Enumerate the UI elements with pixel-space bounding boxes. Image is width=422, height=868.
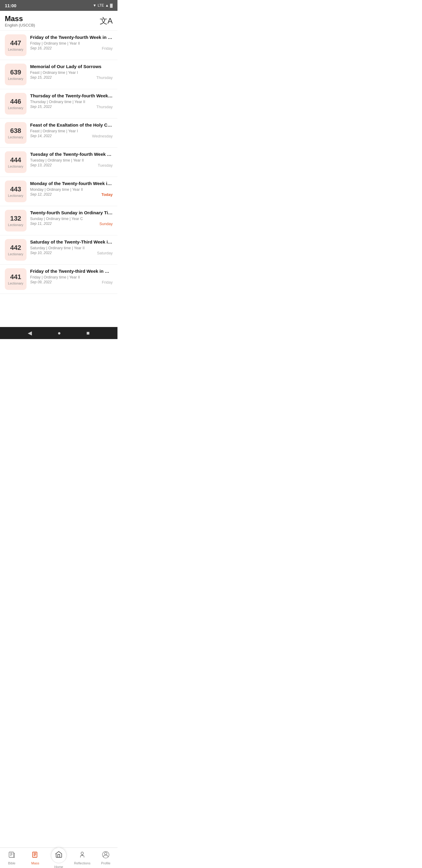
item-meta: Monday | Ordinary time | Year II bbox=[30, 187, 112, 192]
lectionary-badge: 132 Lectionary bbox=[5, 210, 27, 231]
lectionary-badge: 441 Lectionary bbox=[5, 268, 27, 290]
item-title: Memorial of Our Lady of Sorrows bbox=[30, 64, 112, 70]
item-bottom: Sep 09, 2022 Friday bbox=[30, 280, 112, 284]
lectionary-number: 442 bbox=[10, 244, 21, 252]
lectionary-badge: 639 Lectionary bbox=[5, 64, 27, 85]
item-title: Monday of the Twenty-fourth Week in Ordi… bbox=[30, 181, 112, 187]
item-date: Sep 10, 2022 bbox=[30, 251, 52, 255]
lectionary-label: Lectionary bbox=[8, 135, 24, 139]
item-info: Memorial of Our Lady of Sorrows Feast | … bbox=[30, 64, 112, 80]
item-date: Sep 11, 2022 bbox=[30, 221, 52, 226]
item-info: Twenty-fourth Sunday in Ordinary Time Su… bbox=[30, 210, 112, 226]
wifi-icon: ▼ bbox=[93, 3, 96, 7]
item-bottom: Sep 15, 2022 Thursday bbox=[30, 75, 112, 80]
app-title: Mass bbox=[5, 14, 35, 23]
item-day: Thursday bbox=[96, 104, 112, 109]
item-bottom: Sep 12, 2022 Today bbox=[30, 192, 112, 197]
lectionary-number: 444 bbox=[10, 156, 21, 164]
lectionary-badge: 446 Lectionary bbox=[5, 93, 27, 115]
item-title: Saturday of the Twenty-Third Week in Ord… bbox=[30, 239, 112, 245]
lectionary-label: Lectionary bbox=[8, 106, 24, 110]
list-item[interactable]: 442 Lectionary Saturday of the Twenty-Th… bbox=[0, 236, 118, 265]
lectionary-badge: 443 Lectionary bbox=[5, 181, 27, 202]
app-subtitle: English (USCCB) bbox=[5, 23, 35, 27]
lectionary-badge: 444 Lectionary bbox=[5, 151, 27, 173]
lectionary-number: 639 bbox=[10, 68, 21, 76]
item-day: Friday bbox=[102, 46, 112, 51]
item-date: Sep 13, 2022 bbox=[30, 163, 52, 167]
item-info: Thursday of the Twenty-fourth Week in Or… bbox=[30, 93, 112, 109]
mass-list: 447 Lectionary Friday of the Twenty-four… bbox=[0, 31, 118, 294]
status-icons: ▼ LTE ▲ ▓ bbox=[93, 3, 112, 7]
item-day: Tuesday bbox=[98, 163, 112, 167]
item-info: Saturday of the Twenty-Third Week in Ord… bbox=[30, 239, 112, 255]
lectionary-label: Lectionary bbox=[8, 194, 24, 197]
lte-label: LTE bbox=[98, 3, 104, 7]
list-item[interactable]: 638 Lectionary Feast of the Exaltation o… bbox=[0, 119, 118, 148]
list-item[interactable]: 443 Lectionary Monday of the Twenty-four… bbox=[0, 177, 118, 206]
battery-icon: ▓ bbox=[110, 3, 112, 7]
list-item[interactable]: 132 Lectionary Twenty-fourth Sunday in O… bbox=[0, 206, 118, 236]
lectionary-label: Lectionary bbox=[8, 223, 24, 227]
item-title: Thursday of the Twenty-fourth Week in Or… bbox=[30, 93, 112, 99]
item-info: Friday of the Twenty-fourth Week in Ordi… bbox=[30, 34, 112, 51]
item-date: Sep 09, 2022 bbox=[30, 280, 52, 284]
status-time: 11:00 bbox=[5, 3, 16, 8]
lectionary-number: 443 bbox=[10, 185, 21, 193]
item-title: Friday of the Twenty-third Week in Ordin… bbox=[30, 268, 112, 274]
item-meta: Tuesday | Ordinary time | Year II bbox=[30, 158, 112, 162]
item-bottom: Sep 15, 2022 Thursday bbox=[30, 104, 112, 109]
home-button[interactable]: ● bbox=[58, 330, 61, 336]
item-day: Sunday bbox=[99, 221, 112, 226]
list-item[interactable]: 446 Lectionary Thursday of the Twenty-fo… bbox=[0, 89, 118, 119]
item-info: Tuesday of the Twenty-fourth Week in Ord… bbox=[30, 151, 112, 167]
item-meta: Thursday | Ordinary time | Year II bbox=[30, 100, 112, 104]
item-title: Friday of the Twenty-fourth Week in Ordi… bbox=[30, 34, 112, 40]
lectionary-number: 446 bbox=[10, 98, 21, 105]
item-day: Thursday bbox=[96, 75, 112, 80]
lectionary-number: 638 bbox=[10, 127, 21, 135]
lectionary-label: Lectionary bbox=[8, 252, 24, 256]
item-bottom: Sep 14, 2022 Wednesday bbox=[30, 134, 112, 138]
item-bottom: Sep 11, 2022 Sunday bbox=[30, 221, 112, 226]
item-title: Tuesday of the Twenty-fourth Week in Ord… bbox=[30, 151, 112, 157]
item-date: Sep 16, 2022 bbox=[30, 46, 52, 50]
item-bottom: Sep 16, 2022 Friday bbox=[30, 46, 112, 51]
item-meta: Friday | Ordinary time | Year II bbox=[30, 41, 112, 45]
recents-button[interactable]: ■ bbox=[87, 330, 90, 336]
lectionary-badge: 447 Lectionary bbox=[5, 34, 27, 56]
lectionary-number: 447 bbox=[10, 39, 21, 47]
list-item[interactable]: 639 Lectionary Memorial of Our Lady of S… bbox=[0, 60, 118, 89]
lectionary-badge: 638 Lectionary bbox=[5, 122, 27, 144]
item-title: Twenty-fourth Sunday in Ordinary Time bbox=[30, 210, 112, 216]
app-header: Mass English (USCCB) 文A bbox=[0, 11, 118, 31]
translate-icon[interactable]: 文A bbox=[100, 16, 112, 26]
item-meta: Feast | Ordinary time | Year I bbox=[30, 70, 112, 75]
item-day: Saturday bbox=[97, 251, 112, 255]
lectionary-label: Lectionary bbox=[8, 164, 24, 168]
item-meta: Sunday | Ordinary time | Year C bbox=[30, 217, 112, 221]
lectionary-label: Lectionary bbox=[8, 77, 24, 81]
item-day: Wednesday bbox=[92, 134, 112, 138]
item-date: Sep 15, 2022 bbox=[30, 75, 52, 80]
item-date: Sep 15, 2022 bbox=[30, 104, 52, 109]
lectionary-number: 441 bbox=[10, 273, 21, 281]
status-bar: 11:00 ▼ LTE ▲ ▓ bbox=[0, 0, 118, 11]
item-meta: Feast | Ordinary time | Year I bbox=[30, 129, 112, 133]
item-date: Sep 12, 2022 bbox=[30, 192, 52, 196]
item-info: Feast of the Exaltation of the Holy Cros… bbox=[30, 122, 112, 138]
list-item[interactable]: 441 Lectionary Friday of the Twenty-thir… bbox=[0, 265, 118, 294]
lectionary-label: Lectionary bbox=[8, 48, 24, 51]
item-meta: Friday | Ordinary time | Year II bbox=[30, 275, 112, 279]
list-item[interactable]: 447 Lectionary Friday of the Twenty-four… bbox=[0, 31, 118, 60]
lectionary-number: 132 bbox=[10, 215, 21, 222]
item-bottom: Sep 10, 2022 Saturday bbox=[30, 251, 112, 255]
header-title-group: Mass English (USCCB) bbox=[5, 14, 35, 27]
item-date: Sep 14, 2022 bbox=[30, 134, 52, 138]
list-item[interactable]: 444 Lectionary Tuesday of the Twenty-fou… bbox=[0, 148, 118, 177]
system-nav: ◀ ● ■ bbox=[0, 327, 118, 339]
item-day: Friday bbox=[102, 280, 112, 284]
item-title: Feast of the Exaltation of the Holy Cros… bbox=[30, 122, 112, 128]
signal-icon: ▲ bbox=[105, 3, 109, 7]
back-button[interactable]: ◀ bbox=[28, 330, 32, 336]
